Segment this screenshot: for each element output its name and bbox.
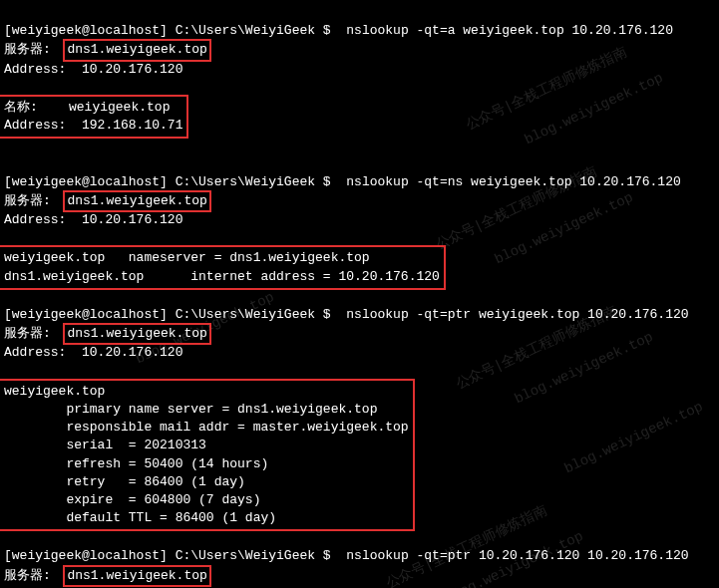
result-box-1: 名称: weiyigeek.top Address: 192.168.10.71 [0, 95, 188, 139]
name-label: 名称: [4, 100, 69, 115]
soa-retry: retry = 86400 (1 day) [4, 474, 245, 489]
command-1: nslookup -qt=a weiyigeek.top 10.20.176.1… [346, 23, 673, 38]
server-name: dns1.weiyigeek.top [67, 326, 206, 341]
soa-expire: expire = 604800 (7 days) [4, 492, 260, 507]
server-name: dns1.weiyigeek.top [67, 42, 206, 57]
address-label: Address: [4, 62, 82, 77]
soa-ttl: default TTL = 86400 (1 day) [4, 510, 276, 525]
address-label: Address: [4, 212, 82, 227]
command-3: nslookup -qt=ptr weiyigeek.top 10.20.176… [346, 307, 688, 322]
soa-primary: primary name server = dns1.weiyigeek.top [4, 402, 377, 417]
resolved-address: 192.168.10.71 [82, 118, 182, 133]
name-value: weiyigeek.top [69, 100, 170, 115]
soa-domain: weiyigeek.top [4, 384, 105, 399]
command-2: nslookup -qt=ns weiyigeek.top 10.20.176.… [346, 174, 680, 189]
server-address: 10.20.176.120 [82, 212, 182, 227]
address-label: Address: [4, 345, 82, 360]
prompt: [weiyigeek@localhost] C:\Users\WeiyiGeek… [4, 23, 338, 38]
result-box-2: weiyigeek.top nameserver = dns1.weiyigee… [0, 245, 446, 289]
ns-address-line: dns1.weiyigeek.top internet address = 10… [4, 269, 440, 284]
server-address: 10.20.176.120 [82, 62, 182, 77]
ns-record-line: weiyigeek.top nameserver = dns1.weiyigee… [4, 250, 370, 265]
prompt: [weiyigeek@localhost] C:\Users\WeiyiGeek… [4, 307, 338, 322]
prompt: [weiyigeek@localhost] C:\Users\WeiyiGeek… [4, 548, 338, 563]
prompt: [weiyigeek@localhost] C:\Users\WeiyiGeek… [4, 174, 338, 189]
server-name: dns1.weiyigeek.top [67, 568, 206, 583]
command-4: nslookup -qt=ptr 10.20.176.120 10.20.176… [346, 548, 688, 563]
server-label: 服务器: [4, 193, 66, 208]
result-box-3: weiyigeek.top primary name server = dns1… [0, 379, 415, 532]
terminal-output: [weiyigeek@localhost] C:\Users\WeiyiGeek… [4, 4, 715, 588]
server-label: 服务器: [4, 326, 66, 341]
server-label: 服务器: [4, 42, 66, 57]
address-label: Address: [4, 118, 82, 133]
server-address: 10.20.176.120 [82, 345, 182, 360]
soa-serial: serial = 20210313 [4, 438, 206, 452]
server-name: dns1.weiyigeek.top [67, 193, 206, 208]
soa-responsible: responsible mail addr = master.weiyigeek… [4, 420, 409, 435]
server-label: 服务器: [4, 568, 66, 583]
soa-refresh: refresh = 50400 (14 hours) [4, 456, 268, 471]
